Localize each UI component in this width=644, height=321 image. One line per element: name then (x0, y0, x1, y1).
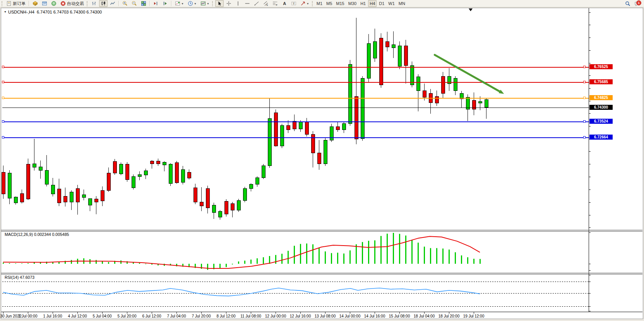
trendline-button[interactable] (252, 0, 261, 7)
candle-body (243, 189, 247, 201)
time-axis-label: 5 Jul 04:00 (93, 314, 112, 318)
candle-body (355, 97, 358, 139)
line-chart-button[interactable] (108, 0, 117, 7)
channel-icon: E (263, 1, 269, 6)
macd-histogram-bar (343, 254, 344, 264)
rsi-value: 47.6073 (20, 275, 34, 280)
macd-histogram-bar (312, 244, 313, 264)
macd-histogram-bar (21, 263, 22, 264)
candle-body (274, 113, 277, 146)
candle-body (342, 123, 346, 130)
data-window-button[interactable] (40, 0, 49, 7)
search-button[interactable] (623, 0, 632, 7)
candle-body (485, 100, 488, 108)
candle-body (45, 170, 48, 184)
candle-body (163, 162, 166, 165)
time-axis-label: 18 Jul 04:00 (414, 314, 435, 318)
periods-button[interactable]: ▼ (186, 0, 198, 7)
timeframe-h1-button[interactable]: H1 (359, 0, 367, 7)
arrows-button[interactable]: ▼ (299, 0, 311, 7)
hline-button[interactable] (243, 0, 252, 7)
rsi-panel[interactable] (2, 282, 589, 307)
bar-chart-button[interactable] (90, 0, 98, 7)
line-handle (2, 137, 4, 138)
macd-panel[interactable] (3, 233, 481, 270)
market-watch-button[interactable] (31, 0, 39, 7)
timeframe-m15-button[interactable]: M15 (334, 0, 346, 7)
toolbar-drag-handle[interactable] (87, 1, 88, 6)
macd-histogram-bar (207, 264, 208, 270)
timeframe-w1-button-label: W1 (388, 0, 395, 7)
hline-icon (245, 1, 250, 6)
timeframe-w1-button[interactable]: W1 (387, 0, 396, 7)
chart-canvas[interactable] (0, 0, 644, 321)
macd-histogram-bar (319, 248, 320, 264)
macd-histogram-bar (281, 254, 283, 264)
autotrade-icon (60, 1, 66, 6)
candle-body (361, 78, 364, 139)
timeframe-m1-button[interactable]: M1 (315, 0, 324, 7)
timeframe-d1-button[interactable]: D1 (377, 0, 386, 7)
crosshair-button[interactable] (224, 0, 233, 7)
timeframe-m15-button-label: M15 (336, 0, 344, 7)
macd-histogram-bar (15, 263, 16, 264)
toolbar-drag-handle[interactable] (212, 1, 214, 6)
notifications-button[interactable]: 1 (633, 0, 641, 7)
candle-body (194, 188, 197, 202)
time-axis-label: 4 Jul 12:00 (68, 314, 87, 318)
time-axis-label: 7 Jul 20:00 (192, 314, 211, 318)
tile-windows-button[interactable] (139, 0, 148, 7)
macd-histogram-bar (238, 261, 239, 264)
chevron-down-icon: ▼ (194, 2, 197, 5)
line-handle (2, 121, 4, 123)
label-icon: T (291, 1, 296, 6)
candle-body (224, 201, 228, 214)
chevron-down-icon: ▼ (207, 2, 209, 5)
macd-histogram-bar (430, 248, 431, 264)
timeframe-h4-button-label: H4 (370, 0, 375, 7)
timeframe-m5-button[interactable]: M5 (325, 0, 334, 7)
time-axis-label: 12 Jul 16:00 (290, 314, 311, 318)
candlestick-button[interactable] (99, 0, 108, 7)
zoom-in-button[interactable] (121, 0, 129, 7)
navigator-button[interactable] (50, 0, 58, 7)
indicators-button[interactable]: ▼ (173, 0, 185, 7)
trend-arrow[interactable] (435, 55, 504, 94)
macd-histogram-bar (461, 255, 462, 264)
axis-ticks (3, 13, 591, 314)
new-order-button[interactable]: 新订单 (5, 0, 27, 7)
svg-text:F: F (276, 4, 277, 6)
candle-body (447, 77, 451, 84)
macd-histogram-bar (120, 260, 122, 264)
channel-button[interactable]: E (262, 0, 270, 7)
candle-body (51, 185, 55, 194)
candle-body (404, 46, 408, 65)
text-label-button[interactable]: T (289, 0, 298, 7)
chart-shift-button[interactable] (161, 0, 170, 7)
cursor-button[interactable] (215, 0, 224, 7)
macd-histogram-bar (151, 264, 152, 265)
chart-ohlc-values: 6.74701 6.74703 6.74300 6.74300 (37, 10, 102, 14)
chart-shift-marker[interactable] (469, 9, 473, 11)
search-icon (625, 1, 630, 7)
time-axis-label: 1 Jul 00:00 (19, 314, 38, 318)
timeframe-h4-button[interactable]: H4 (368, 0, 377, 7)
timeframe-mn-button[interactable]: MN (397, 0, 407, 7)
time-axis-label: 18 Jul 20:00 (438, 314, 460, 318)
auto-scroll-button[interactable] (152, 0, 160, 7)
toolbar-drag-handle[interactable] (312, 1, 313, 6)
zoom-out-button[interactable] (130, 0, 139, 7)
chevron-down-icon[interactable]: ▼ (4, 10, 7, 13)
fibonacci-button[interactable]: F (271, 0, 279, 7)
time-axis-label: 5 Jul 20:00 (118, 314, 137, 318)
autotrading-button[interactable]: 自动交易 (59, 0, 86, 7)
toolbar-right: 1 (623, 0, 642, 7)
line-icon (110, 1, 115, 6)
timeframe-m30-button[interactable]: M30 (347, 0, 358, 7)
toolbar-drag-handle[interactable] (2, 1, 3, 6)
text-button[interactable]: A (280, 0, 289, 7)
time-axis-label: 13 Jul 08:00 (315, 314, 336, 318)
vline-button[interactable] (234, 0, 242, 7)
text-icon: A (282, 1, 287, 6)
templates-button[interactable]: ▼ (199, 0, 211, 7)
